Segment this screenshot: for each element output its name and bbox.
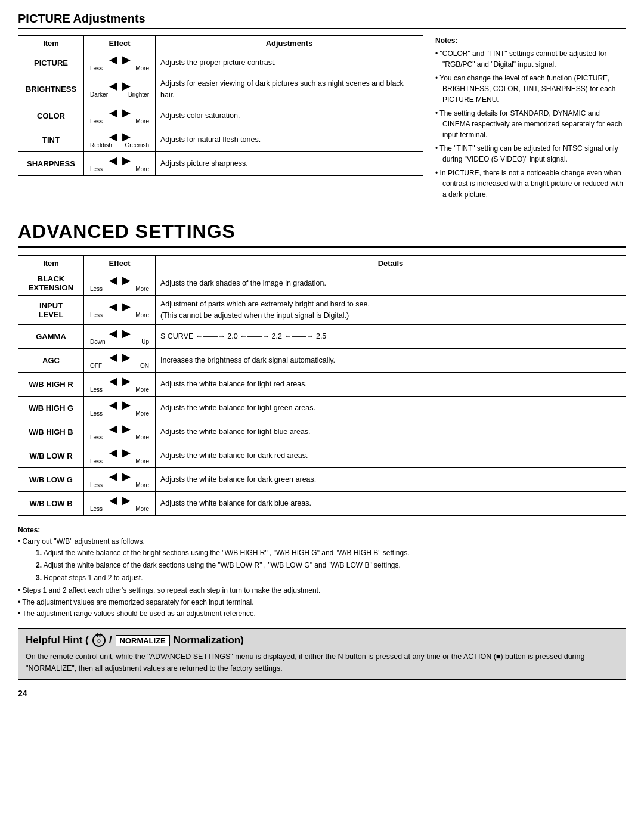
adv-effect-7: ◀ ▶ Less More <box>84 444 156 467</box>
arrow-left-icon: ◀ <box>109 301 117 312</box>
arrow-left-icon: ◀ <box>109 328 117 339</box>
adv-row: W/B HIGH G ◀ ▶ Less More Adjusts the whi… <box>18 396 626 420</box>
arrow-right-icon: ▶ <box>122 447 131 458</box>
adv-details-1: Adjustment of parts which are extremely … <box>156 296 626 325</box>
adv-notes-title: Notes: <box>18 525 626 536</box>
adv-effect-1: ◀ ▶ Less More <box>84 296 156 325</box>
picture-row: PICTURE ◀ ▶ Less More Adjusts the proper… <box>18 51 423 75</box>
advanced-section: ADVANCED SETTINGS Item Effect Details BL… <box>18 221 626 680</box>
right-label: More <box>135 410 149 417</box>
arrow-right-icon: ▶ <box>122 376 131 386</box>
picture-row: BRIGHTNESS ◀ ▶ Darker Brighter Adjusts f… <box>18 75 423 104</box>
picture-item-2: COLOR <box>18 104 84 128</box>
picture-notes-list: "COLOR" and "TINT" settings cannot be ad… <box>435 48 626 200</box>
left-label: Less <box>90 118 103 125</box>
adv-note-4: The adjustment range values should be us… <box>18 608 626 620</box>
adv-details-5: Adjusts the white balance for light gree… <box>156 396 626 420</box>
arrow-left-icon: ◀ <box>109 376 117 386</box>
arrow-right-icon: ▶ <box>122 471 131 482</box>
left-label: Less <box>90 65 103 72</box>
picture-header-effect: Effect <box>84 36 156 51</box>
arrow-left-icon: ◀ <box>109 275 117 286</box>
page-number: 24 <box>18 689 626 698</box>
adv-details-6: Adjusts the white balance for light blue… <box>156 420 626 444</box>
picture-header-item: Item <box>18 36 84 51</box>
adv-item-8: W/B LOW G <box>18 467 84 491</box>
left-label: Less <box>90 166 103 172</box>
picture-table-wrapper: Item Effect Adjustments PICTURE ◀ ▶ Less <box>18 35 423 203</box>
adv-step-1: 1. Adjust the white balance of the brigh… <box>18 547 626 559</box>
left-label: Less <box>90 286 103 292</box>
arrow-right-icon: ▶ <box>122 54 131 65</box>
picture-row: TINT ◀ ▶ Reddish Greenish Adjusts for na… <box>18 128 423 151</box>
picture-row: COLOR ◀ ▶ Less More Adjusts color satura… <box>18 104 423 128</box>
arrow-right-icon: ▶ <box>122 80 131 91</box>
arrow-left-icon: ◀ <box>109 400 117 410</box>
adv-effect-3: ◀ ▶ OFF ON <box>84 348 156 372</box>
adv-item-3: AGC <box>18 348 84 372</box>
arrow-right-icon: ▶ <box>122 275 131 286</box>
adv-note-3: The adjustment values are memorized sepa… <box>18 597 626 608</box>
adv-row: W/B LOW B ◀ ▶ Less More Adjusts the whit… <box>18 491 626 515</box>
picture-row: SHARPNESS ◀ ▶ Less More Adjusts picture … <box>18 151 423 175</box>
arrow-left-icon: ◀ <box>109 107 117 118</box>
left-label: Darker <box>90 91 108 98</box>
picture-note-item-0: "COLOR" and "TINT" settings cannot be ad… <box>435 48 626 70</box>
n-button-icon: N ○ <box>92 634 106 647</box>
adv-item-0: BLACKEXTENSION <box>18 271 84 296</box>
picture-header-adjustments: Adjustments <box>156 36 423 51</box>
left-label: Less <box>90 410 103 417</box>
adv-row: GAMMA ◀ ▶ Down Up S CURVE ←——→ 2.0 ←——→ … <box>18 324 626 348</box>
adv-row: INPUTLEVEL ◀ ▶ Less More Adjustment of p… <box>18 296 626 325</box>
arrow-left-icon: ◀ <box>109 423 117 434</box>
arrow-right-icon: ▶ <box>122 301 131 312</box>
picture-effect-0: ◀ ▶ Less More <box>84 51 156 75</box>
arrow-right-icon: ▶ <box>122 400 131 410</box>
arrow-left-icon: ◀ <box>109 131 117 142</box>
arrow-left-icon: ◀ <box>109 54 117 65</box>
right-label: More <box>135 506 149 512</box>
arrow-left-icon: ◀ <box>109 80 117 91</box>
adv-details-9: Adjusts the white balance for dark blue … <box>156 491 626 515</box>
adv-row: W/B HIGH R ◀ ▶ Less More Adjusts the whi… <box>18 372 626 396</box>
right-label: Greenish <box>125 142 149 148</box>
helpful-hint-title: Helpful Hint ( N ○ / NORMALIZE Normaliza… <box>26 634 618 647</box>
arrow-right-icon: ▶ <box>122 131 131 142</box>
right-label: More <box>135 434 149 441</box>
adv-row: BLACKEXTENSION ◀ ▶ Less More Adjusts the… <box>18 271 626 296</box>
picture-item-4: SHARPNESS <box>18 151 84 175</box>
picture-item-1: BRIGHTNESS <box>18 75 84 104</box>
arrow-left-icon: ◀ <box>109 447 117 458</box>
left-label: Less <box>90 506 103 512</box>
adv-effect-0: ◀ ▶ Less More <box>84 271 156 296</box>
arrow-left-icon: ◀ <box>109 471 117 482</box>
adv-effect-2: ◀ ▶ Down Up <box>84 324 156 348</box>
adv-details-8: Adjusts the white balance for dark green… <box>156 467 626 491</box>
picture-note-item-2: The setting details for STANDARD, DYNAMI… <box>435 108 626 140</box>
right-label: More <box>135 286 149 292</box>
adv-header-effect: Effect <box>84 256 156 271</box>
adv-effect-4: ◀ ▶ Less More <box>84 372 156 396</box>
adv-item-2: GAMMA <box>18 324 84 348</box>
n-superscript: N <box>97 632 101 638</box>
picture-table: Item Effect Adjustments PICTURE ◀ ▶ Less <box>18 35 423 176</box>
arrow-right-icon: ▶ <box>122 328 131 339</box>
picture-desc-0: Adjusts the proper picture contrast. <box>156 51 423 75</box>
left-label: Less <box>90 434 103 441</box>
adv-details-3: Increases the brightness of dark signal … <box>156 348 626 372</box>
right-label: ON <box>140 363 149 369</box>
picture-item-3: TINT <box>18 128 84 151</box>
right-label: Brighter <box>128 91 149 98</box>
adv-effect-9: ◀ ▶ Less More <box>84 491 156 515</box>
adv-effect-5: ◀ ▶ Less More <box>84 396 156 420</box>
adv-effect-6: ◀ ▶ Less More <box>84 420 156 444</box>
left-label: Less <box>90 312 103 318</box>
adv-note-1: Carry out "W/B" adjustment as follows. <box>18 536 626 547</box>
adv-item-6: W/B HIGH B <box>18 420 84 444</box>
picture-notes: Notes: "COLOR" and "TINT" settings canno… <box>435 35 626 203</box>
arrow-right-icon: ▶ <box>122 352 131 363</box>
picture-desc-1: Adjusts for easier viewing of dark pictu… <box>156 75 423 104</box>
advanced-table: Item Effect Details BLACKEXTENSION ◀ ▶ L… <box>18 255 626 516</box>
adv-row: W/B LOW R ◀ ▶ Less More Adjusts the whit… <box>18 444 626 467</box>
picture-notes-title: Notes: <box>435 35 626 46</box>
